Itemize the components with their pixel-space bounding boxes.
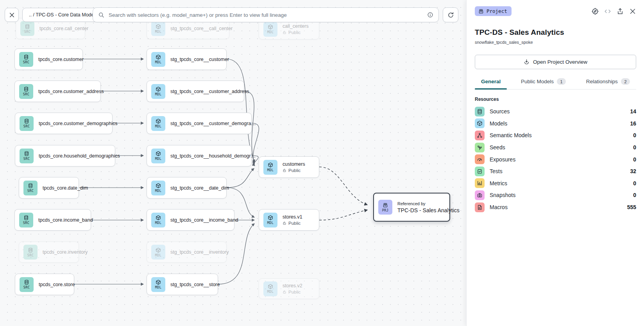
src-badge: SRC bbox=[20, 116, 34, 131]
info-icon[interactable] bbox=[427, 12, 433, 18]
node-mdl-stores-v1-public[interactable]: MDLstores.v1Public bbox=[259, 209, 319, 231]
close-panel-icon[interactable] bbox=[629, 8, 636, 15]
resource-row-sources: Sources14 bbox=[475, 106, 636, 118]
edge-mdl-customers-public-to-prj-sales-analytics bbox=[319, 167, 367, 205]
node-src-customer-demographics[interactable]: SRCtpcds_core.customer_demographics bbox=[15, 113, 113, 134]
node-label: stg_tpcds_core__customer bbox=[170, 57, 222, 62]
cube-icon bbox=[156, 54, 161, 60]
lock-open-icon bbox=[283, 30, 286, 34]
node-prj-sales-analytics[interactable]: PRJReferenced byTPC-DS - Sales Analytics bbox=[373, 193, 450, 222]
node-label: tpcds_core.customer_address bbox=[38, 89, 96, 94]
node-note: Referenced by bbox=[397, 201, 445, 206]
search-bar bbox=[93, 7, 439, 22]
file-icon-badge bbox=[475, 202, 485, 212]
mdl-badge: MDL bbox=[151, 149, 165, 163]
resource-row-snapshots: Snapshots0 bbox=[475, 189, 636, 201]
mdl-badge: MDL bbox=[151, 21, 165, 36]
mdl-badge: MDL bbox=[151, 116, 165, 131]
open-overview-icon bbox=[524, 59, 530, 65]
explore-compass-icon[interactable] bbox=[592, 8, 599, 15]
refresh-lineage-button[interactable] bbox=[443, 7, 458, 22]
database-icon-badge bbox=[475, 107, 485, 116]
resource-count: 0 bbox=[633, 156, 636, 163]
mdl-badge: MDL bbox=[151, 213, 165, 227]
mdl-badge: MDL bbox=[263, 160, 277, 175]
src-badge: SRC bbox=[19, 84, 33, 99]
node-mdl-customer-demographics[interactable]: MDLstg_tpcds_core__customer_demogra… bbox=[147, 113, 252, 134]
node-mdl-customers-public[interactable]: MDLcustomersPublic bbox=[259, 156, 319, 178]
src-badge: SRC bbox=[20, 149, 34, 163]
search-input[interactable] bbox=[108, 12, 424, 18]
tab-label: General bbox=[481, 79, 501, 84]
node-label: stg_tpcds_core__store bbox=[170, 282, 213, 287]
node-label: tpcds_core.income_band bbox=[38, 217, 86, 223]
node-mdl-date-dim[interactable]: MDLstg_tpcds_core__date_dim bbox=[147, 177, 227, 199]
cube-icon bbox=[156, 215, 161, 220]
gauge-icon-badge bbox=[475, 154, 485, 164]
database-icon bbox=[25, 24, 30, 29]
cube-icon bbox=[268, 215, 273, 220]
node-src-household-demographics[interactable]: SRCtpcds_core.household_demographics bbox=[15, 145, 115, 167]
close-lineage-button[interactable] bbox=[5, 8, 19, 22]
resource-count: 0 bbox=[633, 192, 636, 198]
resource-row-exposures: Exposures0 bbox=[475, 153, 636, 165]
tab-label: Public Models bbox=[521, 79, 554, 84]
node-src-customer-address[interactable]: SRCtpcds_core.customer_address bbox=[14, 81, 101, 102]
node-label: call_centers bbox=[283, 23, 309, 29]
src-badge: SRC bbox=[23, 181, 38, 195]
mdl-badge: MDL bbox=[263, 281, 277, 296]
node-src-inventory[interactable]: SRCtpcds_core.inventory bbox=[19, 242, 79, 263]
resource-label: Semantic Models bbox=[490, 132, 628, 138]
node-mdl-customer-address[interactable]: MDLstg_tpcds_core__customer_address bbox=[147, 81, 244, 102]
resources-list: Sources14Models16Semantic Models0Seeds0E… bbox=[475, 106, 636, 213]
close-icon bbox=[9, 12, 15, 18]
project-detail-panel: Project TPC-DS - Sales Analytics snowfla… bbox=[466, 0, 644, 326]
bar-chart-icon bbox=[477, 180, 483, 186]
cube-icon bbox=[477, 120, 483, 126]
cube-icon bbox=[268, 24, 273, 30]
cube-icon bbox=[156, 24, 161, 29]
node-label: tpcds_core.date_dim bbox=[43, 185, 74, 191]
resource-count: 0 bbox=[633, 144, 636, 150]
seed-icon bbox=[477, 145, 483, 150]
resource-count: 0 bbox=[633, 132, 636, 138]
node-access: Public bbox=[283, 168, 305, 173]
node-mdl-customer[interactable]: MDLstg_tpcds_core__customer bbox=[147, 48, 227, 70]
database-icon bbox=[23, 54, 29, 60]
node-src-store[interactable]: SRCtpcds_core.store bbox=[15, 274, 74, 295]
node-src-customer[interactable]: SRCtpcds_core.customer bbox=[14, 48, 83, 70]
project-icon bbox=[478, 9, 484, 14]
resource-label: Metrics bbox=[490, 180, 628, 186]
cube-icon bbox=[156, 86, 161, 92]
node-mdl-stores-v2-public[interactable]: MDLstores.v2Public bbox=[259, 278, 319, 299]
share-icon[interactable] bbox=[617, 8, 624, 15]
node-mdl-income-band[interactable]: MDLstg_tpcds_core__income_band bbox=[147, 209, 234, 231]
database-icon bbox=[24, 151, 29, 156]
tab-general[interactable]: General bbox=[475, 78, 507, 89]
resource-type-badge: Project bbox=[475, 6, 512, 16]
resource-row-metrics: Metrics0 bbox=[475, 177, 636, 190]
lineage-canvas[interactable]: SRCtpcds_core.call_centerMDLstg_tpcds_co… bbox=[0, 0, 466, 326]
node-label: TPC-DS - Sales Analytics bbox=[397, 207, 445, 213]
resource-row-models: Models16 bbox=[475, 118, 636, 130]
resources-heading: Resources bbox=[475, 97, 636, 102]
node-src-date-dim[interactable]: SRCtpcds_core.date_dim bbox=[19, 177, 79, 199]
code-icon[interactable] bbox=[604, 8, 611, 15]
open-project-overview-button[interactable]: Open Project Overview bbox=[475, 55, 636, 69]
tab-count-badge: 2 bbox=[621, 78, 630, 85]
tab-label: Relationships bbox=[586, 79, 618, 84]
tab-relationships[interactable]: Relationships2 bbox=[580, 78, 636, 89]
breadcrumb[interactable]: .. / TPC-DS - Core Data Models bbox=[22, 8, 104, 22]
cube-icon bbox=[156, 183, 161, 188]
resource-label: Tests bbox=[490, 168, 625, 174]
node-mdl-household-demographics[interactable]: MDLstg_tpcds_core__household_demogr… bbox=[147, 145, 252, 167]
resource-count: 16 bbox=[630, 120, 636, 127]
tab-public-models[interactable]: Public Models1 bbox=[515, 78, 572, 89]
node-mdl-store[interactable]: MDLstg_tpcds_core__store bbox=[147, 274, 218, 295]
cube-icon bbox=[156, 247, 161, 253]
node-access: Public bbox=[283, 221, 302, 226]
resource-row-tests: Tests32 bbox=[475, 165, 636, 177]
cube-icon bbox=[156, 151, 161, 156]
node-mdl-inventory[interactable]: MDLstg_tpcds_core__inventory bbox=[147, 242, 227, 263]
node-src-income-band[interactable]: SRCtpcds_core.income_band bbox=[14, 209, 91, 231]
